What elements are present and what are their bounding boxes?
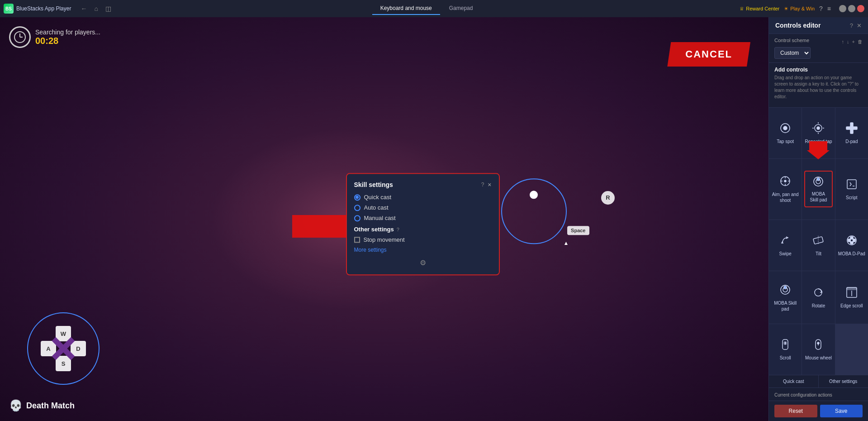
moba-skill-pad2-icon — [779, 283, 792, 297]
svg-marker-16 — [807, 141, 830, 159]
svg-rect-31 — [847, 287, 857, 290]
menu-icon[interactable]: ≡ — [827, 5, 831, 12]
control-swipe[interactable]: Swipe — [769, 220, 802, 271]
other-settings-control[interactable]: Other settings — [819, 375, 868, 388]
panel-help-icon[interactable]: ? — [850, 22, 853, 29]
mouse-wheel-label: Mouse wheel — [805, 355, 832, 361]
other-settings-help-icon[interactable]: ? — [397, 227, 399, 232]
nav-back-icon[interactable]: ← — [78, 4, 89, 13]
d-pad-label: D-pad — [845, 139, 858, 144]
panel-close-icon[interactable]: ✕ — [857, 22, 862, 29]
stop-movement-checkbox[interactable] — [354, 237, 360, 243]
corner-icon: ▲ — [564, 240, 569, 246]
wasd-x-decoration — [50, 335, 77, 362]
maximize-button[interactable]: ◻ — [848, 5, 855, 12]
stop-movement-option[interactable]: Stop movement — [354, 236, 492, 243]
skill-close-button[interactable]: × — [488, 181, 491, 188]
reward-center-button[interactable]: ♕ Reward Center — [740, 6, 779, 12]
svg-rect-35 — [784, 342, 787, 344]
skill-panel: Skill settings ? × Quick cast Auto cast … — [346, 173, 500, 275]
scheme-delete-icon[interactable]: 🗑 — [858, 39, 863, 44]
tap-spot-icon — [779, 122, 792, 136]
moba-skill-pad2-label: MOBA Skill pad — [771, 300, 799, 312]
panel-header: Controls editor ? ✕ — [769, 17, 868, 34]
wasd-circle: W A S D — [27, 312, 100, 385]
searching-text: Searching for players... — [35, 29, 100, 36]
save-button[interactable]: Save — [820, 405, 863, 417]
tab-keyboard-mouse[interactable]: Keyboard and mouse — [372, 2, 440, 15]
nav-apps-icon[interactable]: ◫ — [103, 4, 114, 13]
scheme-upload-icon[interactable]: ↑ — [842, 39, 844, 44]
window-controls: _ ◻ ✕ — [839, 5, 864, 12]
control-moba-skill-pad-highlighted[interactable]: MOBA Skill pad — [802, 159, 835, 220]
control-edge-scroll[interactable]: Edge scroll — [835, 271, 868, 324]
clock-icon — [9, 26, 31, 48]
minimize-button[interactable]: _ — [839, 5, 846, 12]
scheme-add-icon[interactable]: + — [852, 39, 855, 44]
skill-circle — [501, 178, 567, 244]
cancel-button[interactable]: CANCEL — [667, 42, 750, 67]
control-tilt[interactable]: Tilt — [802, 220, 835, 271]
scheme-select[interactable]: Custom — [774, 47, 811, 59]
skill-circle-area: Space ▲ — [501, 178, 571, 249]
moba-d-pad-label: MOBA D-Pad — [838, 251, 865, 257]
tab-gamepad[interactable]: Gamepad — [441, 2, 481, 15]
quick-cast-radio[interactable] — [354, 194, 360, 201]
control-moba-d-pad[interactable]: MOBA D-Pad — [835, 220, 868, 271]
quick-cast-label: Quick cast — [364, 194, 392, 201]
quick-other-row: Quick cast Other settings — [769, 375, 868, 388]
moba-d-pad-icon — [845, 234, 858, 248]
tilt-label: Tilt — [816, 251, 821, 257]
svg-point-5 — [783, 126, 787, 130]
wasd-control: W A S D — [27, 312, 100, 385]
edge-scroll-label: Edge scroll — [840, 303, 863, 309]
quick-cast-option[interactable]: Quick cast — [354, 194, 492, 201]
app-name: BlueStacks App Player — [16, 5, 71, 12]
edge-scroll-icon — [845, 286, 858, 300]
auto-cast-radio[interactable] — [354, 205, 360, 211]
moba-skill-icon-highlighted — [812, 175, 825, 189]
skill-panel-header: Skill settings ? × — [354, 181, 492, 188]
quick-cast-control[interactable]: Quick cast — [769, 375, 819, 388]
control-moba-skill-pad2[interactable]: MOBA Skill pad — [769, 271, 802, 324]
reset-button[interactable]: Reset — [774, 405, 817, 417]
tap-spot-label: Tap spot — [777, 139, 794, 144]
space-key[interactable]: Space — [567, 226, 589, 235]
rotate-icon — [812, 286, 825, 300]
add-controls-title: Add controls — [774, 67, 863, 73]
control-tap-spot[interactable]: Tap spot — [769, 108, 802, 158]
auto-cast-label: Auto cast — [364, 204, 389, 211]
add-controls-desc: Drag and drop an action on your game scr… — [774, 75, 863, 100]
manual-cast-radio[interactable] — [354, 215, 360, 221]
scheme-download-icon[interactable]: ↓ — [847, 39, 849, 44]
auto-cast-option[interactable]: Auto cast — [354, 204, 492, 211]
control-rotate[interactable]: Rotate — [802, 271, 835, 324]
control-mouse-wheel[interactable]: Mouse wheel — [802, 324, 835, 375]
app-logo: BS BlueStacks App Player — [4, 4, 71, 14]
svg-point-25 — [850, 239, 853, 242]
down-arrow-svg — [807, 141, 830, 159]
control-script[interactable]: Script — [835, 159, 868, 220]
script-label: Script — [846, 195, 858, 201]
mouse-wheel-icon — [812, 338, 825, 352]
other-settings-header: Other settings ? — [354, 226, 492, 233]
skill-help-icon[interactable]: ? — [481, 182, 484, 188]
moba-skill-label-highlighted: MOBA Skill pad — [809, 191, 828, 203]
scheme-section: Control scheme ↑ ↓ + 🗑 Custom — [769, 34, 868, 63]
manual-cast-option[interactable]: Manual cast — [354, 215, 492, 221]
searching-overlay: Searching for players... 00:28 — [9, 26, 100, 48]
more-settings-link[interactable]: More settings — [354, 247, 492, 253]
control-scroll[interactable]: Scroll — [769, 324, 802, 375]
play-win-button[interactable]: ☀ Play & Win — [784, 6, 815, 12]
close-button[interactable]: ✕ — [857, 5, 864, 12]
scheme-label: Control scheme — [774, 38, 809, 43]
gear-icon[interactable]: ⚙ — [420, 258, 426, 267]
r-key[interactable]: R — [601, 191, 615, 205]
help-icon[interactable]: ? — [819, 5, 823, 12]
control-d-pad[interactable]: D-pad — [835, 108, 868, 158]
control-aim-pan-shoot[interactable]: Aim, pan and shoot — [769, 159, 802, 220]
nav-icons: ← ⌂ ◫ — [78, 4, 113, 13]
controls-grid: Tap spot Repeated tap D-pad — [769, 108, 868, 375]
tilt-icon — [812, 234, 825, 248]
nav-home-icon[interactable]: ⌂ — [92, 4, 100, 13]
